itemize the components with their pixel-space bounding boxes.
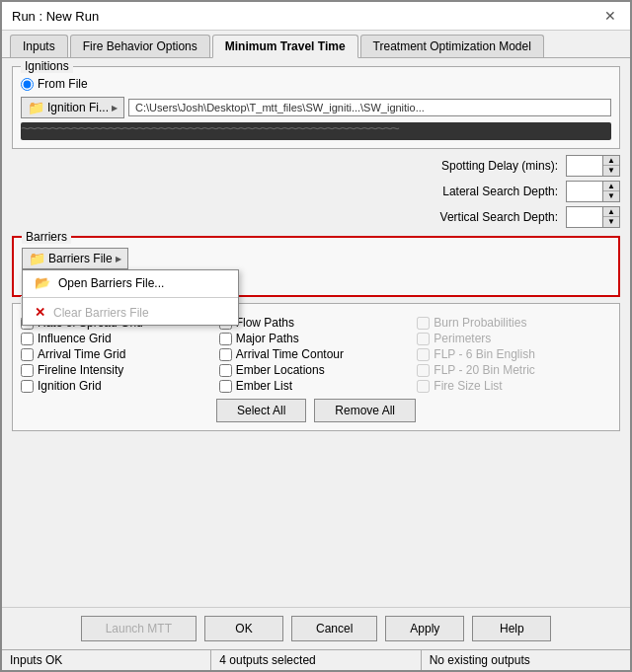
output-burn-probabilities: Burn Probabilities [417,316,611,330]
ember-list-label: Ember List [236,379,292,393]
spotting-params: Spotting Delay (mins): 0 ▲ ▼ Lateral Sea… [12,155,620,228]
ignition-file-row: 📁 Ignition Fi... ▶ C:\Users\Josh\Desktop… [21,97,611,118]
main-window: Run : New Run ✕ Inputs Fire Behavior Opt… [0,0,632,672]
vertical-depth-up[interactable]: ▲ [603,207,619,217]
output-flp-20bin: FLP - 20 Bin Metric [417,363,611,377]
ignitions-from-file-row: From File [21,77,611,91]
status-bar: Inputs OK 4 outputs selected No existing… [2,649,630,670]
spotting-delay-arrows: ▲ ▼ [602,156,619,176]
lateral-depth-arrows: ▲ ▼ [602,182,619,201]
output-influence-grid: Influence Grid [21,332,215,345]
barriers-file-btn-label: Barriers File [48,252,113,265]
lateral-depth-label: Lateral Search Depth: [440,185,558,198]
cancel-button[interactable]: Cancel [291,616,377,641]
output-flow-paths: Flow Paths [219,316,414,330]
output-ember-locations: Ember Locations [219,363,414,377]
barriers-row: 📁 Barriers File ▶ 📂 Open Barriers File..… [22,248,610,269]
wavy-decoration [21,122,611,140]
lateral-depth-up[interactable]: ▲ [603,182,619,191]
ignition-grid-label: Ignition Grid [38,379,102,393]
fireline-intensity-label: Fireline Intensity [38,363,123,377]
dropdown-arrow-icon: ▶ [112,104,118,112]
from-file-radio[interactable] [21,78,34,91]
fire-size-list-checkbox [417,380,430,393]
arrival-time-grid-checkbox[interactable] [21,348,34,361]
tab-treatment[interactable]: Treatment Optimization Model [360,35,544,57]
flp-6bin-checkbox [417,348,430,361]
window-title: Run : New Run [12,9,99,24]
spotting-delay-down[interactable]: ▼ [603,166,619,176]
launch-mtt-button: Launch MTT [81,616,197,641]
ignitions-label: Ignitions [21,59,73,73]
arrival-time-contour-checkbox[interactable] [219,348,232,361]
spotting-delay-up[interactable]: ▲ [603,156,619,166]
lateral-depth-value[interactable]: 6 [567,183,602,200]
flow-paths-label: Flow Paths [236,316,294,330]
from-file-radio-label[interactable]: From File [21,77,88,91]
barriers-section: Barriers 📁 Barriers File ▶ 📂 Open Barrie… [12,236,620,297]
tab-bar: Inputs Fire Behavior Options Minimum Tra… [2,31,630,58]
apply-button[interactable]: Apply [385,616,464,641]
remove-all-button[interactable]: Remove All [314,399,416,422]
lateral-depth-down[interactable]: ▼ [603,191,619,201]
clear-barriers-label: Clear Barriers File [53,306,149,320]
output-ignition-grid: Ignition Grid [21,379,215,393]
title-bar: Run : New Run ✕ [2,2,630,31]
vertical-depth-down[interactable]: ▼ [603,217,619,227]
output-ember-list: Ember List [219,379,414,393]
ignitions-section: Ignitions From File 📁 Ignition Fi... ▶ C… [12,66,620,149]
outputs-btn-row: Select All Remove All [21,399,611,422]
spotting-delay-value[interactable]: 0 [567,157,602,175]
output-fireline-intensity: Fireline Intensity [21,363,215,377]
ok-button[interactable]: OK [204,616,283,641]
spotting-delay-input[interactable]: 0 ▲ ▼ [566,155,620,177]
vertical-depth-label: Vertical Search Depth: [440,210,558,224]
tab-mtt[interactable]: Minimum Travel Time [212,35,358,58]
output-major-paths: Major Paths [219,332,414,345]
output-arrival-time-contour: Arrival Time Contour [219,347,414,361]
status-inputs: Inputs OK [2,650,211,670]
ignition-file-path: C:\Users\Josh\Desktop\T_mtt_files\SW_ign… [128,99,611,116]
output-arrival-time-grid: Arrival Time Grid [21,347,215,361]
tab-fire-behavior[interactable]: Fire Behavior Options [70,35,210,57]
select-all-button[interactable]: Select All [216,399,306,422]
output-flp-6bin: FLP - 6 Bin English [417,347,611,361]
bottom-buttons-row: Launch MTT OK Cancel Apply Help [2,607,630,649]
vertical-depth-input[interactable]: 4 ▲ ▼ [566,206,620,228]
barriers-label: Barriers [22,230,71,244]
flp-20bin-label: FLP - 20 Bin Metric [434,363,534,377]
barriers-folder-icon: 📁 [29,251,45,266]
output-perimeters: Perimeters [417,332,611,345]
arrival-time-grid-label: Arrival Time Grid [38,347,125,361]
main-content: Ignitions From File 📁 Ignition Fi... ▶ C… [2,58,630,607]
vertical-depth-value[interactable]: 4 [567,208,602,226]
barriers-dropdown-arrow-icon: ▶ [116,255,121,263]
barriers-dropdown-menu: 📂 Open Barriers File... ✕ Clear Barriers… [22,269,239,326]
arrival-time-contour-label: Arrival Time Contour [236,347,344,361]
influence-grid-checkbox[interactable] [21,333,34,345]
ignition-file-button[interactable]: 📁 Ignition Fi... ▶ [21,97,124,118]
clear-barriers-icon: ✕ [35,305,45,320]
ignition-grid-checkbox[interactable] [21,380,34,393]
major-paths-label: Major Paths [236,332,299,345]
close-button[interactable]: ✕ [600,8,620,24]
lateral-depth-input[interactable]: 6 ▲ ▼ [566,181,620,202]
ember-locations-checkbox[interactable] [219,364,232,377]
major-paths-checkbox[interactable] [219,333,232,345]
vertical-depth-arrows: ▲ ▼ [602,207,619,227]
barriers-file-button[interactable]: 📁 Barriers File ▶ [22,248,128,269]
fireline-intensity-checkbox[interactable] [21,364,34,377]
open-barriers-menu-item[interactable]: 📂 Open Barriers File... [23,270,238,295]
help-button[interactable]: Help [472,616,551,641]
burn-probabilities-checkbox [417,317,430,330]
tab-inputs[interactable]: Inputs [10,35,68,57]
ember-list-checkbox[interactable] [219,380,232,393]
ember-locations-label: Ember Locations [236,363,325,377]
spotting-delay-label: Spotting Delay (mins): [440,159,558,173]
outputs-grid: Rate of Spread Grid Flow Paths Burn Prob… [21,316,611,393]
perimeters-checkbox [417,333,430,345]
ignition-file-btn-label: Ignition Fi... [47,101,109,114]
folder-icon: 📁 [28,100,44,115]
open-barriers-label: Open Barriers File... [58,276,164,290]
open-barriers-icon: 📂 [35,275,50,290]
